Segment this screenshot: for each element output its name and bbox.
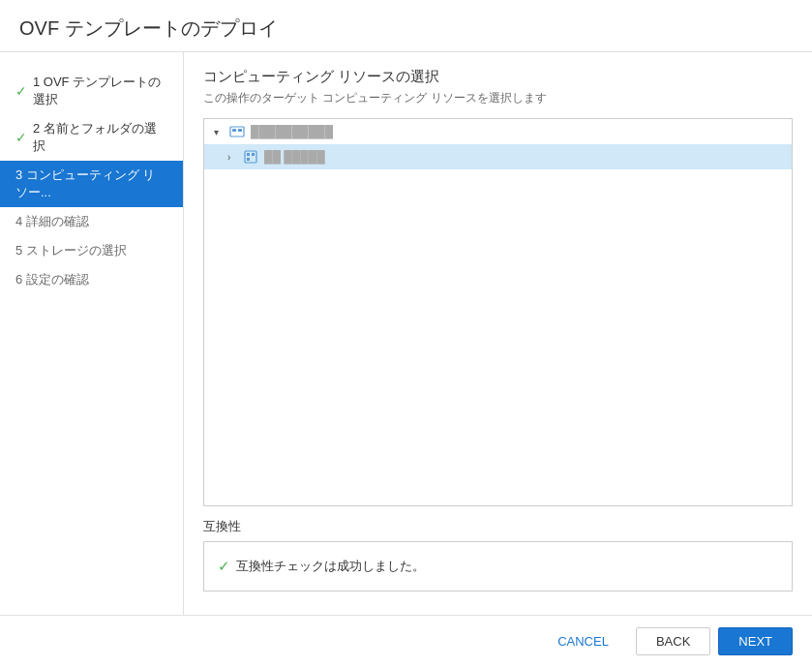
sidebar-item-step6: 6 設定の確認 [0, 265, 183, 294]
sidebar-label-step2: 2 名前とフォルダの選択 [33, 120, 167, 155]
section-subtitle: この操作のターゲット コンピューティング リソースを選択します [203, 90, 793, 106]
sidebar-item-step3[interactable]: 3 コンピューティング リソー... [0, 161, 183, 207]
resource-icon [243, 149, 258, 165]
check-icon-step2: ✓ [15, 130, 27, 145]
tree-item-root1[interactable]: ▾ ██████████ [204, 119, 792, 144]
compat-check-icon: ✓ [218, 558, 230, 575]
compatibility-label: 互換性 [203, 518, 793, 535]
deploy-ovf-dialog: OVF テンプレートのデプロイ ✓ 1 OVF テンプレートの選択 ✓ 2 名前… [0, 0, 812, 667]
svg-rect-4 [247, 153, 250, 156]
svg-rect-3 [245, 151, 256, 163]
sidebar: ✓ 1 OVF テンプレートの選択 ✓ 2 名前とフォルダの選択 3 コンピュー… [0, 52, 184, 615]
compatibility-box: ✓ 互換性チェックは成功しました。 [203, 541, 793, 591]
tree-label-child1: ██ █████ [264, 150, 325, 164]
tree-label-root1: ██████████ [251, 125, 333, 138]
sidebar-label-step6: 6 設定の確認 [15, 271, 89, 288]
check-icon-step1: ✓ [15, 83, 27, 99]
back-button[interactable]: BACK [636, 627, 710, 655]
expand-arrow-root1: ▾ [214, 127, 226, 137]
cluster-icon [229, 124, 245, 139]
dialog-footer: CANCEL BACK NEXT [0, 615, 812, 667]
expand-arrow-child1: › [227, 152, 239, 163]
sidebar-label-step4: 4 詳細の確認 [15, 213, 89, 230]
compat-message: 互換性チェックは成功しました。 [236, 558, 425, 575]
sidebar-label-step5: 5 ストレージの選択 [15, 242, 127, 259]
sidebar-label-step1: 1 OVF テンプレートの選択 [33, 74, 167, 108]
svg-rect-1 [232, 129, 236, 132]
section-title: コンピューティング リソースの選択 [203, 68, 793, 86]
sidebar-item-step1[interactable]: ✓ 1 OVF テンプレートの選択 [0, 68, 183, 114]
sidebar-label-step3: 3 コンピューティング リソー... [15, 167, 167, 201]
svg-rect-6 [247, 158, 250, 161]
dialog-body: ✓ 1 OVF テンプレートの選択 ✓ 2 名前とフォルダの選択 3 コンピュー… [0, 52, 812, 615]
resource-tree[interactable]: ▾ ██████████ › [203, 118, 793, 506]
sidebar-item-step2[interactable]: ✓ 2 名前とフォルダの選択 [0, 114, 183, 161]
cancel-button[interactable]: CANCEL [538, 628, 628, 654]
tree-item-child1[interactable]: › ██ █████ [204, 144, 792, 169]
sidebar-item-step4: 4 詳細の確認 [0, 207, 183, 236]
svg-rect-5 [252, 153, 255, 156]
dialog-title: OVF テンプレートのデプロイ [19, 15, 793, 42]
next-button[interactable]: NEXT [718, 627, 793, 655]
svg-rect-2 [238, 129, 242, 132]
sidebar-item-step5: 5 ストレージの選択 [0, 236, 183, 265]
dialog-header: OVF テンプレートのデプロイ [0, 0, 812, 52]
svg-rect-0 [230, 127, 244, 136]
compatibility-section: 互換性 ✓ 互換性チェックは成功しました。 [203, 518, 793, 591]
main-content: コンピューティング リソースの選択 この操作のターゲット コンピューティング リ… [184, 52, 812, 615]
